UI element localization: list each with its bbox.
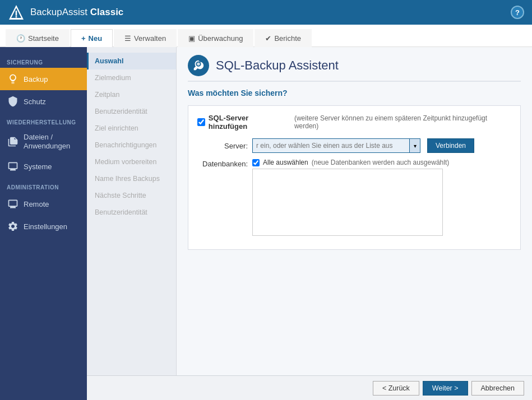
sidebar-item-systeme[interactable]: Systeme <box>0 155 87 178</box>
cancel-button[interactable]: Abbrechen <box>471 381 524 396</box>
back-button[interactable]: < Zurück <box>373 381 419 396</box>
section-administration: ADMINISTRATION <box>0 178 87 193</box>
sidebar: SICHERUNG Backup Schutz WIEDERHERSTELLUN… <box>0 47 87 400</box>
sidebar-item-einstellungen[interactable]: Einstellungen <box>0 215 87 238</box>
wizard-step-ziel-einrichten: Ziel einrichten <box>87 120 176 137</box>
bottom-bar: < Zurück Weiter > Abbrechen <box>87 375 532 400</box>
top-bar: BackupAssist Classic ? <box>0 0 532 25</box>
server-dropdown-button[interactable]: ▾ <box>409 138 420 153</box>
app-title: BackupAssist Classic <box>30 7 505 18</box>
sidebar-item-remote-label: Remote <box>24 200 49 208</box>
tab-neu[interactable]: + Neu <box>71 29 113 47</box>
tab-ueberwachung[interactable]: ▣ Überwachung <box>178 29 253 47</box>
server-label: Server: <box>197 142 248 150</box>
db-options: Alle auswählen (neue Datenbanken werden … <box>252 159 449 166</box>
svg-point-3 <box>16 16 17 18</box>
svg-point-4 <box>197 63 200 66</box>
server-input[interactable] <box>252 138 409 153</box>
files-icon <box>7 136 19 148</box>
sidebar-item-schutz-label: Schutz <box>24 97 46 106</box>
page-body: Auswahl Zielmedium Zeitplan Benutzeriden… <box>87 47 532 375</box>
database-list[interactable] <box>252 169 443 236</box>
sidebar-item-schutz[interactable]: Schutz <box>0 90 87 113</box>
wizard-step-zeitplan: Zeitplan <box>87 86 176 103</box>
server-input-wrapper: ▾ <box>252 138 420 153</box>
form-section: SQL-Server hinzufügen (weitere Server kö… <box>188 105 521 250</box>
help-button[interactable]: ? <box>511 6 524 19</box>
datenbanken-note: (neue Datenbanken werden auch ausgewählt… <box>312 159 450 166</box>
tab-startseite[interactable]: 🕐 Startseite <box>6 29 70 47</box>
wizard-step-auswahl[interactable]: Auswahl <box>87 53 176 69</box>
nav-tabs: 🕐 Startseite + Neu ☰ Verwalten ▣ Überwac… <box>0 25 532 47</box>
sidebar-item-systeme-label: Systeme <box>24 162 52 171</box>
sql-checkbox-row: SQL-Server hinzufügen (weitere Server kö… <box>197 114 511 131</box>
wizard-step-benutzeridentitat2: Benutzeridentität <box>87 204 176 221</box>
sql-checkbox-label[interactable]: SQL-Server hinzufügen <box>209 114 289 131</box>
main-layout: SICHERUNG Backup Schutz WIEDERHERSTELLUN… <box>0 47 532 400</box>
remote-icon <box>7 198 19 210</box>
tab-berichte[interactable]: ✔ Berichte <box>255 29 312 47</box>
tab-verwalten[interactable]: ☰ Verwalten <box>114 29 177 47</box>
app-logo <box>8 4 25 21</box>
sidebar-item-einstellungen-label: Einstellungen <box>24 222 67 231</box>
wizard-step-naechste-schritte: Nächste Schritte <box>87 187 176 204</box>
wizard-step-benachrichtigungen: Benachrichtigungen <box>87 137 176 154</box>
sidebar-item-backup[interactable]: Backup <box>0 68 87 90</box>
sidebar-item-backup-label: Backup <box>24 75 48 83</box>
next-button[interactable]: Weiter > <box>423 381 468 396</box>
page-title: SQL-Backup Assistent <box>216 58 339 73</box>
section-sicherung: SICHERUNG <box>0 53 87 68</box>
systems-icon <box>7 160 19 173</box>
wizard-steps: Auswahl Zielmedium Zeitplan Benutzeriden… <box>87 47 177 375</box>
datenbanken-label: Datenbanken: <box>197 159 248 168</box>
connect-button[interactable]: Verbinden <box>427 138 474 153</box>
section-question: Was möchten Sie sichern? <box>188 89 521 97</box>
settings-icon <box>7 220 19 232</box>
wizard-step-zielmedium: Zielmedium <box>87 69 176 86</box>
alle-auswaehlen-checkbox[interactable] <box>252 159 260 166</box>
wizard-step-name-backup: Name Ihres Backups <box>87 170 176 187</box>
content-area: Auswahl Zielmedium Zeitplan Benutzeriden… <box>87 47 532 400</box>
sidebar-item-remote[interactable]: Remote <box>0 193 87 215</box>
server-row: Server: ▾ Verbinden <box>197 138 511 153</box>
sidebar-item-dateien-label: Dateien / Anwendungen <box>24 133 80 150</box>
list-icon: ☰ <box>124 34 131 43</box>
check-icon: ✔ <box>265 34 271 43</box>
sql-checkbox[interactable] <box>197 118 205 126</box>
sidebar-item-dateien[interactable]: Dateien / Anwendungen <box>0 128 87 155</box>
shield-icon <box>7 95 19 108</box>
backup-icon <box>7 73 19 85</box>
page-header: SQL-Backup Assistent <box>188 55 521 82</box>
section-wiederherstellung: WIEDERHERSTELLUNG <box>0 113 87 128</box>
alle-auswaehlen-label[interactable]: Alle auswählen <box>263 159 308 166</box>
main-content: SQL-Backup Assistent Was möchten Sie sic… <box>177 47 532 375</box>
wizard-step-medium-vorbereiten: Medium vorbereiten <box>87 154 176 170</box>
sql-checkbox-note: (weitere Server können zu einem späteren… <box>294 114 511 130</box>
clock-icon: 🕐 <box>16 34 25 43</box>
monitor-icon: ▣ <box>188 34 195 43</box>
page-header-icon <box>188 55 209 76</box>
wizard-step-benutzeridentitat1: Benutzeridentität <box>87 103 176 120</box>
plus-icon: + <box>81 34 86 43</box>
datenbanken-content: Alle auswählen (neue Datenbanken werden … <box>252 159 449 236</box>
datenbanken-row: Datenbanken: Alle auswählen (neue Datenb… <box>197 159 511 236</box>
